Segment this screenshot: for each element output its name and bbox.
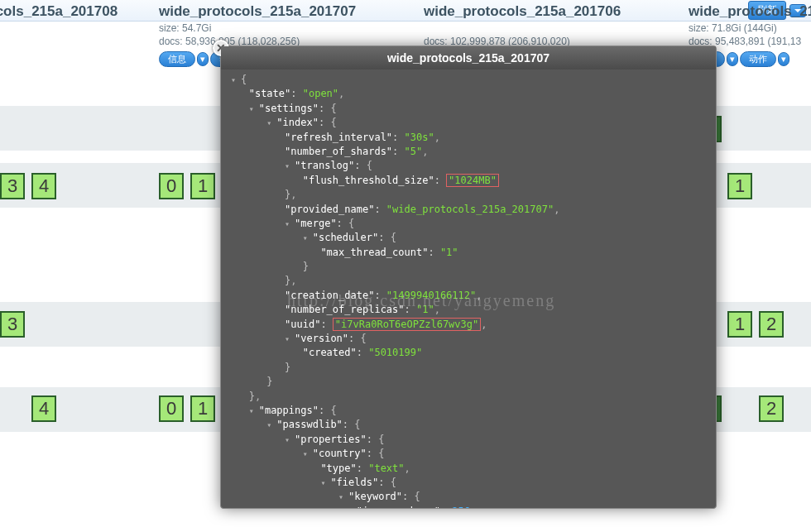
index-name[interactable]: wide_protocols_215a_201708 — [0, 0, 149, 22]
shard-box[interactable]: 2 — [759, 311, 784, 338]
shard-box[interactable]: 0 — [159, 173, 184, 199]
index-name[interactable]: wide_protocols_215a_201707 — [156, 0, 420, 22]
info-dropdown[interactable]: ▾ — [727, 52, 738, 66]
index-size: size: 54.7Gi — [156, 22, 420, 35]
shard-box[interactable]: 1 — [190, 173, 215, 199]
json-tree: ▾{ "state": "open", ▾"settings": { ▾"ind… — [231, 73, 711, 508]
index-name[interactable]: wide_protocols_215a_201706 — [420, 0, 685, 22]
modal-title: wide_protocols_215a_201707 — [221, 46, 716, 69]
info-dropdown[interactable]: ▾ — [197, 52, 209, 66]
shard-box[interactable]: 2 — [759, 395, 784, 422]
shard-box[interactable]: 4 — [31, 395, 56, 422]
shard-box[interactable]: 1 — [190, 395, 215, 422]
shard-box[interactable]: 1 — [727, 173, 752, 199]
index-size — [420, 22, 685, 35]
index-detail-modal: ✕ wide_protocols_215a_201707 http://blog… — [220, 46, 717, 509]
info-button[interactable]: 信息 — [159, 51, 195, 67]
index-column: wide_protocols_215a_201708 0,560,674) — [0, 0, 149, 35]
actions-dropdown[interactable]: ▾ — [778, 52, 789, 66]
shard-box[interactable]: 3 — [0, 173, 25, 199]
shard-box[interactable]: 3 — [0, 311, 25, 338]
shard-box[interactable]: 4 — [31, 173, 56, 199]
index-size: size: 71.8Gi (144Gi) — [685, 22, 811, 35]
shard-box[interactable]: 1 — [727, 311, 752, 338]
actions-button[interactable]: 动作 — [740, 51, 776, 67]
index-name[interactable]: wide_protocols_215a_ — [685, 0, 811, 22]
modal-body[interactable]: http://blog.csdn.net/yangyemeng ▾{ "stat… — [221, 69, 716, 508]
shard-box[interactable]: 0 — [159, 395, 184, 422]
index-size: 0,560,674) — [0, 22, 149, 35]
